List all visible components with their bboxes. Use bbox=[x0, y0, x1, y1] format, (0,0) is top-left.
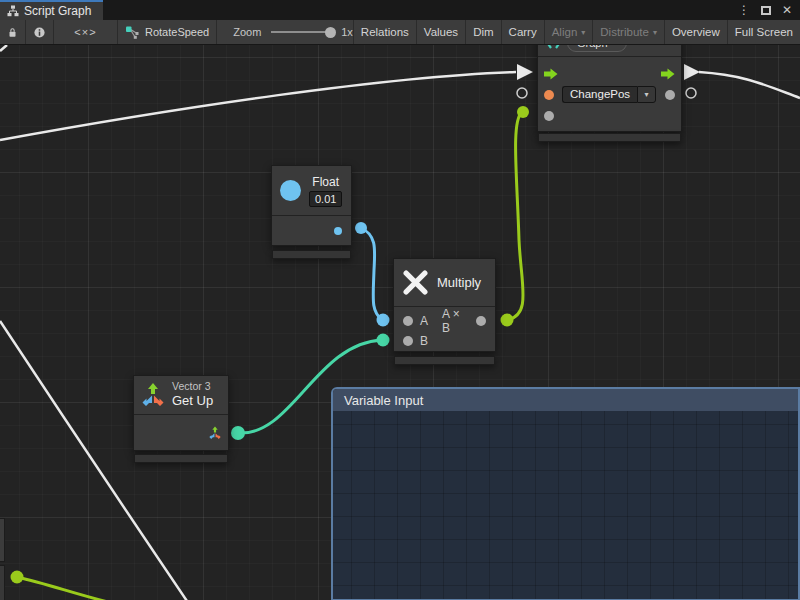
multiply-a-port[interactable] bbox=[403, 316, 413, 326]
distribute-button: Distribute▾ bbox=[593, 20, 665, 44]
group-panel-variable-input[interactable]: Variable Input bbox=[331, 387, 800, 600]
zoom-label: Zoom bbox=[233, 26, 261, 38]
tab-bar: Script Graph ⋮ ✕ bbox=[0, 0, 800, 20]
distribute-caret-icon: ▾ bbox=[653, 28, 657, 37]
window-menu-icon[interactable]: ⋮ bbox=[738, 4, 750, 16]
close-icon[interactable]: ✕ bbox=[782, 4, 792, 16]
group-panel-title: Variable Input bbox=[344, 393, 423, 408]
value-output-port[interactable] bbox=[665, 90, 675, 100]
relations-button[interactable]: Relations bbox=[353, 20, 417, 44]
control-output-port[interactable] bbox=[661, 68, 675, 80]
graph-asset-icon bbox=[125, 25, 139, 39]
wire-endpoint-multiply-a bbox=[377, 314, 390, 327]
carry-button[interactable]: Carry bbox=[502, 20, 545, 44]
multiply-a-label: A bbox=[420, 314, 428, 328]
group-panel-body[interactable] bbox=[333, 411, 798, 599]
node-multiply[interactable]: Multiply A A × B B bbox=[393, 258, 496, 352]
multiply-b-port[interactable] bbox=[403, 336, 413, 346]
node-vector3-get-up[interactable]: Vector 3 Get Up bbox=[133, 375, 229, 451]
multiply-footer bbox=[394, 356, 495, 365]
zoom-value: 1x bbox=[341, 26, 353, 38]
vector3-footer bbox=[134, 454, 228, 463]
wire-multiply-to-setvariable bbox=[507, 112, 523, 320]
variable-name-port[interactable] bbox=[544, 90, 554, 100]
zoom-slider-handle[interactable] bbox=[325, 27, 336, 38]
set-variable-footer bbox=[538, 133, 681, 142]
wire-endpoint-multiply-result bbox=[501, 314, 514, 327]
multiply-icon bbox=[403, 270, 428, 295]
wire-control-out bbox=[699, 72, 800, 98]
variable-name-field[interactable]: ChangePos ▾ bbox=[562, 86, 656, 103]
vector3-body bbox=[134, 415, 228, 450]
value-input-port[interactable] bbox=[544, 111, 554, 121]
code-icon: <×> bbox=[74, 26, 96, 38]
graph-asset-button[interactable]: RotateSpeed bbox=[118, 20, 217, 44]
set-variable-header: Graph ▾ bbox=[538, 45, 681, 57]
inspect-button[interactable] bbox=[26, 20, 54, 44]
lock-icon bbox=[8, 26, 17, 39]
multiply-title: Multiply bbox=[437, 275, 481, 290]
align-button: Align▾ bbox=[545, 20, 594, 44]
maximize-icon[interactable] bbox=[761, 6, 771, 15]
wire-control-in bbox=[0, 72, 516, 140]
wire-endpoint-multiply-b bbox=[377, 334, 390, 347]
float-footer bbox=[272, 250, 351, 259]
graph-canvas[interactable]: Variable Input Graph ▾ bbox=[0, 45, 800, 600]
variable-icon bbox=[546, 45, 561, 49]
offscreen-node-footer bbox=[0, 565, 5, 600]
wire-arrowhead-in bbox=[517, 64, 533, 80]
control-input-port[interactable] bbox=[544, 68, 558, 80]
float-header: Float 0.01 bbox=[272, 166, 351, 216]
node-float[interactable]: Float 0.01 bbox=[271, 165, 352, 246]
vector3-header: Vector 3 Get Up bbox=[134, 376, 228, 415]
graph-toolbar: <×> RotateSpeed Zoom 1x Relations Values… bbox=[0, 20, 800, 45]
wire-arrowhead-out bbox=[684, 64, 700, 80]
info-icon bbox=[34, 26, 45, 39]
script-graph-window: Script Graph ⋮ ✕ <×> bbox=[0, 0, 800, 600]
multiply-b-label: B bbox=[420, 334, 428, 348]
tab-script-graph[interactable]: Script Graph bbox=[0, 0, 103, 20]
vector3-icon bbox=[140, 382, 166, 408]
wire-corner-fragment bbox=[0, 45, 7, 51]
wire-float-to-multiply bbox=[361, 228, 382, 320]
align-caret-icon: ▾ bbox=[581, 28, 585, 37]
full-screen-button[interactable]: Full Screen bbox=[728, 20, 800, 44]
wire-endpoint-setvariable-value bbox=[517, 106, 529, 118]
wire-endpoint-float-out bbox=[355, 222, 367, 234]
float-title: Float bbox=[312, 175, 339, 189]
zoom-control: Zoom 1x bbox=[217, 20, 353, 44]
graph-asset-name: RotateSpeed bbox=[145, 26, 209, 38]
wire-endpoint-vector3-out bbox=[231, 426, 245, 440]
unconnected-port-ring-right[interactable] bbox=[686, 88, 696, 98]
wire-offscreen-lime bbox=[17, 577, 112, 600]
offscreen-node-body[interactable] bbox=[0, 518, 5, 562]
tab-title: Script Graph bbox=[24, 4, 91, 18]
multiply-body: A A × B B bbox=[394, 307, 495, 351]
dim-button[interactable]: Dim bbox=[466, 20, 501, 44]
overview-button[interactable]: Overview bbox=[665, 20, 728, 44]
vector3-output-port[interactable] bbox=[208, 426, 222, 440]
multiply-result-port[interactable] bbox=[476, 316, 486, 326]
kind-caret-icon: ▾ bbox=[613, 45, 617, 47]
unconnected-port-ring-left[interactable] bbox=[517, 88, 527, 98]
vector3-subtitle: Get Up bbox=[172, 393, 213, 409]
variable-name-dropdown[interactable]: ▾ bbox=[637, 86, 656, 103]
variable-name-value[interactable]: ChangePos bbox=[562, 86, 637, 103]
float-output-port[interactable] bbox=[334, 227, 342, 235]
float-type-icon bbox=[280, 180, 301, 201]
group-panel-header[interactable]: Variable Input bbox=[333, 389, 798, 411]
vector3-title: Vector 3 bbox=[172, 380, 213, 393]
window-controls: ⋮ ✕ bbox=[738, 0, 800, 20]
float-body bbox=[272, 216, 351, 246]
variable-kind-dropdown[interactable]: Graph ▾ bbox=[567, 45, 627, 52]
multiply-result-label: A × B bbox=[442, 307, 469, 335]
values-button[interactable]: Values bbox=[417, 20, 466, 44]
float-value-field[interactable]: 0.01 bbox=[309, 191, 342, 207]
code-preview-button[interactable]: <×> bbox=[54, 20, 118, 44]
lock-button[interactable] bbox=[0, 20, 26, 44]
multiply-header: Multiply bbox=[394, 259, 495, 307]
script-graph-icon bbox=[7, 5, 19, 17]
zoom-slider[interactable] bbox=[271, 31, 331, 33]
node-set-variable[interactable]: Graph ▾ ChangePos ▾ bbox=[537, 45, 682, 132]
set-variable-body: ChangePos ▾ bbox=[538, 57, 681, 126]
